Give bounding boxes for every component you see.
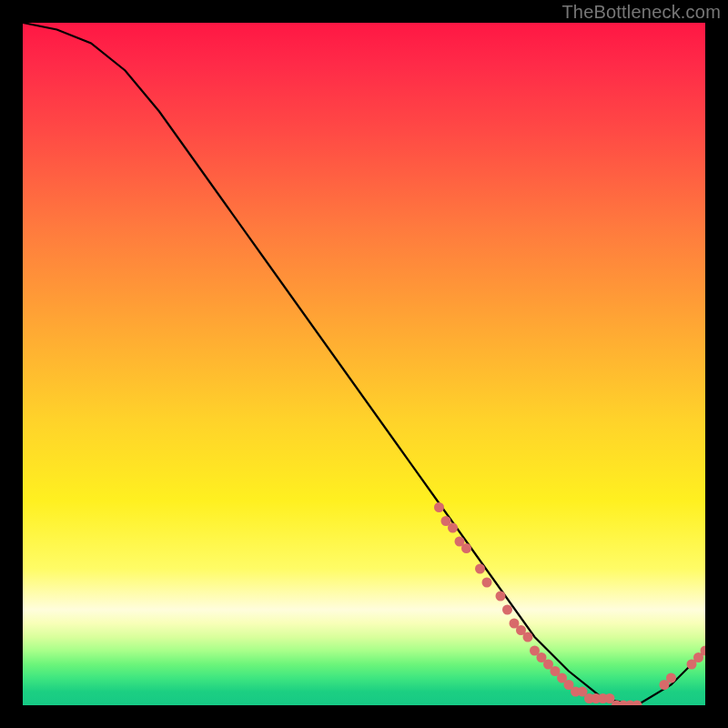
marker-dot — [482, 578, 492, 588]
marker-dot — [475, 564, 485, 574]
marker-dot — [496, 592, 506, 602]
marker-dot — [448, 523, 458, 533]
series-markers — [434, 502, 705, 705]
series-curve — [23, 23, 705, 705]
marker-dot — [632, 701, 642, 706]
marker-dot — [461, 543, 471, 553]
chart-svg — [23, 23, 705, 705]
marker-dot — [434, 502, 444, 512]
chart-container: TheBottleneck.com — [0, 0, 728, 728]
marker-dot — [666, 673, 676, 683]
marker-dot — [502, 605, 512, 615]
watermark-text: TheBottleneck.com — [561, 2, 721, 23]
plot-area — [23, 23, 705, 705]
marker-dot — [523, 632, 533, 642]
